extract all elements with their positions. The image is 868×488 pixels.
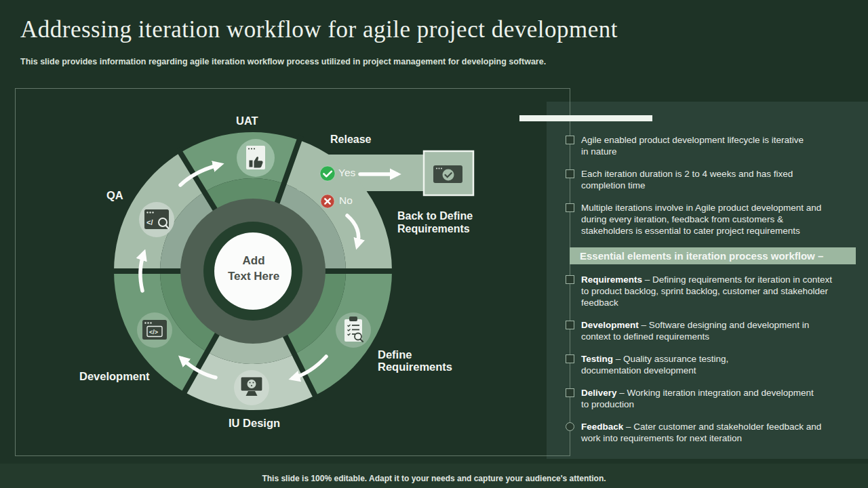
panel-bullet-list: Agile enabled product development lifecy… <box>570 134 860 455</box>
bullet-text: Testing – Quality assurance testing, doc… <box>581 353 728 376</box>
segment-label-uat: UAT <box>236 115 277 127</box>
panel-bullet-item: Development – Software designing and dev… <box>570 319 860 342</box>
bullet-marker <box>566 136 574 144</box>
segment-label-iu-design: IU Design <box>229 417 280 429</box>
panel-bullet-item: Testing – Quality assurance testing, doc… <box>570 353 860 376</box>
monitor-palette-icon <box>234 370 269 405</box>
panel-bullet-item: Feedback – Cater customer and stakeholde… <box>570 421 860 444</box>
bullet-marker <box>566 354 574 363</box>
bullet-marker <box>566 203 574 212</box>
segment-label-development: Development <box>79 370 150 382</box>
no-cross-icon <box>321 195 334 208</box>
clipboard-checklist-magnifier-icon <box>336 312 371 348</box>
svg-text:</: </ <box>146 218 153 226</box>
label-no: No <box>339 195 353 206</box>
segment-label-release: Release <box>330 134 372 146</box>
code-review-magnifier-icon: </ <box>139 202 174 237</box>
bullet-marker <box>566 275 574 284</box>
panel-bullet-item: Delivery – Working iteration integration… <box>570 387 860 410</box>
bullet-marker <box>566 321 574 329</box>
panel-bullet-item: Multiple iterations involve in Agile pro… <box>570 202 860 237</box>
bullet-text: Agile enabled product development lifecy… <box>581 134 804 157</box>
segment-label-qa: QA <box>106 189 123 201</box>
label-back-to-define-requirements: Back to Define Requirements <box>397 210 473 236</box>
bullet-text: Multiple iterations involve in Agile pro… <box>581 202 821 237</box>
bullet-marker <box>566 422 574 431</box>
bullet-text: Requirements – Defining requirements for… <box>581 274 832 308</box>
approved-release-card-icon <box>424 151 473 195</box>
bullet-text: Delivery – Working iteration integration… <box>581 387 814 410</box>
bullet-text: Feedback – Cater customer and stakeholde… <box>581 421 821 444</box>
panel-band-title: Essential elements in iteration process … <box>570 247 856 264</box>
bullet-marker <box>566 388 574 397</box>
segment-label-define-requirements: Define Requirements <box>378 348 452 373</box>
yes-check-icon <box>320 166 335 181</box>
center-placeholder-text: Add Text Here <box>213 253 294 285</box>
label-yes: Yes <box>338 167 355 178</box>
thumbs-up-document-icon <box>237 139 275 177</box>
code-window-icon: </> <box>137 312 172 348</box>
bullet-text: Development – Software designing and dev… <box>581 319 809 342</box>
slide: Addressing iteration workflow for agile … <box>0 0 868 488</box>
svg-text:</>: </> <box>149 329 158 336</box>
panel-bullet-item: Each iteration duration is 2 to 4 weeks … <box>570 168 860 191</box>
panel-bullet-item: Requirements – Defining requirements for… <box>570 274 860 308</box>
footer-note: This slide is 100% editable. Adapt it to… <box>0 474 868 483</box>
bullet-marker <box>566 169 574 178</box>
bullet-text: Each iteration duration is 2 to 4 weeks … <box>581 168 793 191</box>
panel-bullet-item: Agile enabled product development lifecy… <box>570 134 860 157</box>
